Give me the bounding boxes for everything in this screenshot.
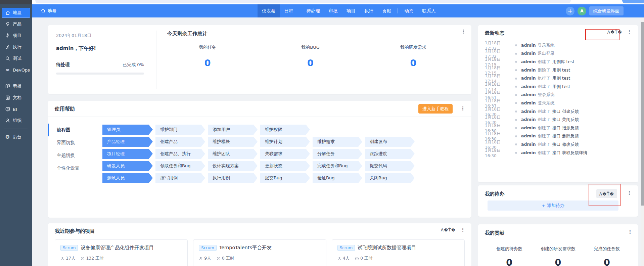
browser-omnibox[interactable] (35, 0, 571, 3)
sidebar-item-execution[interactable]: 执行 (2, 42, 30, 52)
timeline-dot (511, 78, 521, 80)
help-tab-ui-switch[interactable]: 界面切换 (48, 136, 92, 149)
stat-my-bugs: 我的BUG 0 (259, 44, 362, 68)
timeline-dot (511, 110, 521, 113)
create-button[interactable]: + (566, 7, 574, 15)
stat-value: 0 (583, 257, 631, 266)
work-summary: 今天剩余工作总计 我的任务 0 我的BUG 0 我的研发需求 0 (156, 31, 465, 68)
kebab-menu-icon[interactable]: ⋮ (628, 230, 633, 235)
activity-text: admin创建了接口 删除反馈 (521, 133, 579, 139)
sidebar-item-label: 地盘 (13, 10, 21, 16)
stat-finished-tasks: 完成的任务数 0 (583, 246, 631, 266)
avatar[interactable]: A (578, 7, 586, 15)
greeting-block: 2024年01月18日 admin，下午好! 待处理 已完成 0% (56, 33, 157, 75)
sidebar-item-product[interactable]: 产品 (2, 19, 30, 29)
kebab-menu-icon[interactable]: ⋮ (460, 227, 465, 232)
tutorial-button[interactable]: 进入新手教程 (418, 104, 453, 114)
stat-value[interactable]: 0 (259, 58, 362, 68)
timeline-dot (511, 119, 521, 121)
flow-step: 关联需求 (260, 149, 310, 159)
help-tab-flowchart[interactable]: 流程图 (48, 124, 92, 136)
summary-title: 今天剩余工作总计 (167, 31, 465, 37)
flow-role: 产品经理 (102, 137, 153, 147)
flow-step: 执行用例 (208, 173, 258, 183)
project-card[interactable]: Scrum 试飞院测试所数据管理项目 4人 0 工时 (332, 239, 465, 266)
sidebar-item-kanban[interactable]: 看板 (2, 81, 30, 91)
kebab-menu-icon[interactable]: ⋮ (627, 30, 632, 35)
tab-dynamics[interactable]: 动态 (400, 4, 418, 17)
activity-text: admin创建了用例库 test (521, 59, 574, 65)
flow-step: 领取任务和Bug (155, 161, 205, 171)
tab-calendar[interactable]: 日程 (280, 4, 298, 17)
activity-text: admin执行了用例 test (521, 76, 570, 81)
activity-text: admin创建了接口 修改反馈 (521, 142, 579, 147)
stat-value[interactable]: 0 (362, 58, 465, 68)
member-count: 9人 (199, 256, 211, 261)
stat-value[interactable]: 0 (156, 58, 259, 68)
sidebar-item-test[interactable]: 测试 (2, 53, 30, 63)
timeline-dot (511, 135, 521, 137)
help-title: 使用帮助 (55, 106, 75, 112)
browser-button[interactable] (622, 0, 644, 3)
sidebar-item-label: DevOps (13, 68, 30, 73)
tab-execution[interactable]: 执行 (360, 4, 378, 17)
nav-right-group: + A 综合研发界面 (566, 4, 624, 17)
broken-icon-text[interactable]: Λ�Ť� (607, 30, 622, 35)
flow-step: 验证Bug (313, 173, 362, 183)
kebab-menu-icon[interactable]: ⋮ (460, 106, 465, 111)
flow-diagram: 管理员 维护部门添加用户维护权限 产品经理 创建产品维护模块维护计划维护需求创建… (92, 117, 415, 217)
greeting-card: 2024年01月18日 admin，下午好! 待处理 已完成 0% 今天剩余工作… (48, 25, 471, 94)
flow-row-product-manager: 产品经理 创建产品维护模块维护计划维护需求创建发布 (102, 137, 415, 147)
sidebar-item-project[interactable]: 项目 (2, 31, 30, 41)
flow-step: 维护模块 (208, 137, 258, 147)
flow-step: 提交代码 (365, 161, 415, 171)
help-tab-theme[interactable]: 主题切换 (48, 149, 92, 162)
activity-text: admin登录系统 (521, 43, 557, 48)
browser-strip (32, 0, 644, 4)
help-tabs: 流程图 界面切换 主题切换 个性化设置 (48, 117, 92, 217)
project-name: 试飞院测试所数据管理项目 (358, 245, 416, 251)
flow-step: 提交Bug (260, 173, 310, 183)
flow-step: 维护部门 (155, 125, 205, 135)
project-card[interactable]: Scrum TempoTalents平台开发 9人 0 工时 (193, 239, 326, 266)
today-date: 2024年01月18日 (56, 33, 157, 39)
sidebar-item-my[interactable]: 地盘 (2, 8, 30, 18)
tab-contacts[interactable]: 联系人 (418, 4, 440, 17)
sidebar-item-admin[interactable]: ⚙ 后台 (2, 132, 30, 142)
activity-timeline: 1月18日 17:32 admin登录系统 1月18日 17:32 admin退… (485, 41, 634, 157)
sidebar-item-doc[interactable]: 文档 (2, 93, 30, 103)
recent-projects-title: 我近期参与的项目 (55, 228, 95, 234)
scrollbar-thumb[interactable] (641, 22, 644, 206)
kebab-menu-icon[interactable]: ⋮ (461, 29, 466, 34)
broken-icon-chip[interactable]: Λ�Ť� (596, 189, 617, 198)
top-navbar: 地盘 仪表盘 日程 待处理 审批 项目 执行 贡献 动态 联系人 + A 综合研… (32, 4, 644, 17)
sidebar: 地盘 产品 项目 执行 测试 ∞ DevOps 看板 文档 (0, 4, 32, 266)
breadcrumb[interactable]: 地盘 (41, 4, 57, 17)
sidebar-item-label: 后台 (13, 134, 21, 140)
activity-text: admin登录系统 (521, 92, 557, 98)
activity-title: 最新动态 (485, 30, 504, 36)
timeline-dot (511, 61, 521, 63)
my-contribution-card: 我的贡献 ⋮ 创建的待办数 0 创建的研发需求数 0 完成的任务数 0 (478, 224, 638, 266)
stat-value: 0 (485, 257, 534, 266)
tab-dashboard[interactable]: 仪表盘 (258, 4, 280, 17)
project-card[interactable]: Scrum 设备健康管理产品化组件开发项目 17人 132 工时 (55, 239, 188, 266)
flow-step: 创建产品 (155, 137, 205, 147)
workspace-switch-button[interactable]: 综合研发界面 (589, 6, 624, 15)
contribution-title: 我的贡献 (485, 230, 504, 236)
add-todo-button[interactable]: + 添加待办 (488, 201, 618, 211)
broken-icon-text[interactable]: Λ�Ť� (441, 228, 456, 232)
kebab-menu-icon[interactable]: ⋮ (627, 191, 632, 196)
page-scrollbar (641, 17, 644, 266)
help-tab-personalize[interactable]: 个性化设置 (48, 162, 92, 175)
tab-project[interactable]: 项目 (342, 4, 360, 17)
stat-my-tasks: 我的任务 0 (156, 44, 259, 68)
sidebar-item-devops[interactable]: ∞ DevOps (2, 65, 30, 75)
sidebar-item-org[interactable]: 组织 (2, 116, 30, 126)
flow-role: 管理员 (102, 125, 153, 135)
sidebar-item-bi[interactable]: BI (2, 104, 30, 114)
sidebar-item-label: 项目 (13, 33, 21, 39)
tab-contribution[interactable]: 贡献 (378, 4, 396, 17)
tab-pending[interactable]: 待处理 (302, 4, 325, 17)
tab-approval[interactable]: 审批 (324, 4, 342, 17)
